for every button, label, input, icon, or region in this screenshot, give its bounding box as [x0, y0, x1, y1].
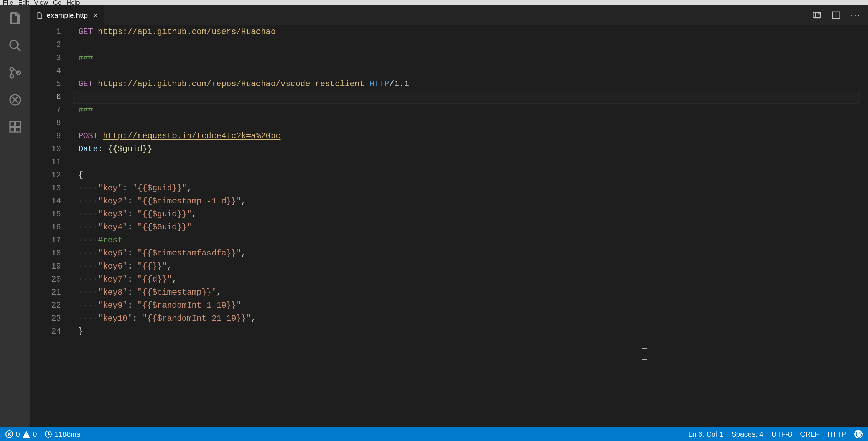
status-language[interactable]: HTTP [827, 430, 846, 438]
clock-icon [45, 431, 52, 438]
code-line[interactable] [78, 91, 868, 104]
line-number: 2 [30, 38, 61, 51]
code-line[interactable]: "key10": "{{$randomInt 21 19}}", [78, 312, 868, 325]
svg-rect-9 [16, 128, 20, 132]
code-line[interactable]: { [78, 169, 868, 182]
text-cursor-icon [644, 348, 644, 360]
code-line[interactable]: "key6": "{{}}", [78, 260, 868, 273]
menu-bar: File Edit View Go Help [0, 0, 868, 5]
code-line[interactable]: Date: {{$guid}} [78, 143, 868, 156]
svg-point-3 [10, 74, 13, 78]
tab-filename: example.http [47, 11, 88, 20]
code-line[interactable]: "key8": "{{$timestamp}}", [78, 286, 868, 299]
line-number: 16 [30, 221, 61, 234]
code-area[interactable]: GET https://api.github.com/users/Huachao… [73, 25, 868, 427]
status-feedback[interactable] [854, 430, 863, 438]
code-line[interactable] [78, 64, 868, 78]
tab-spacer [104, 5, 812, 25]
svg-rect-7 [16, 122, 20, 126]
code-line[interactable]: "key4": "{{$Guid}}" [78, 221, 868, 234]
status-indentation[interactable]: Spaces: 4 [731, 430, 763, 438]
status-bar: 0 0 1188ms Ln 6, Col 1 Spaces: 4 UTF-8 C… [0, 427, 868, 441]
line-number: 4 [30, 64, 61, 78]
status-encoding[interactable]: UTF-8 [772, 430, 792, 438]
line-number: 3 [30, 51, 61, 64]
source-control-icon[interactable] [8, 66, 22, 81]
line-number: 11 [30, 156, 61, 169]
code-line[interactable]: "key9": "{{$randomInt 1 19}}" [78, 299, 868, 312]
warning-icon [23, 431, 30, 438]
line-number: 21 [30, 286, 61, 299]
file-icon [36, 11, 43, 20]
line-number: 1 [30, 25, 61, 38]
error-icon [5, 430, 13, 438]
line-number-gutter: 123456789101112131415161718192021222324 [30, 25, 73, 427]
status-eol[interactable]: CRLF [800, 430, 819, 438]
smile-icon [854, 430, 863, 438]
code-line[interactable]: "key2": "{{$timestamp -1 d}}", [78, 195, 868, 208]
compare-changes-icon[interactable] [812, 10, 822, 21]
line-number: 19 [30, 260, 61, 273]
code-line[interactable] [78, 38, 868, 51]
activity-bar [0, 5, 30, 427]
code-editor[interactable]: 123456789101112131415161718192021222324 … [30, 25, 868, 427]
line-number: 13 [30, 182, 61, 195]
tab-example-http[interactable]: example.http × [30, 5, 104, 25]
code-line[interactable]: } [78, 325, 868, 338]
workbench: example.http × ··· 123456789101112131415… [0, 5, 868, 427]
editor-group: example.http × ··· 123456789101112131415… [30, 5, 868, 427]
svg-point-0 [10, 40, 18, 48]
line-number: 14 [30, 195, 61, 208]
tab-bar: example.http × ··· [30, 5, 868, 25]
code-line[interactable]: GET https://api.github.com/repos/Huachao… [78, 78, 868, 91]
line-number: 8 [30, 117, 61, 130]
code-line[interactable]: ### [78, 104, 868, 117]
code-line[interactable]: "key": "{{$guid}}", [78, 182, 868, 195]
editor-actions: ··· [812, 5, 868, 25]
line-number: 6 [30, 91, 61, 104]
line-number: 10 [30, 143, 61, 156]
code-line[interactable] [78, 156, 868, 169]
tab-close-button[interactable]: × [93, 11, 98, 20]
line-number: 9 [30, 130, 61, 143]
code-line[interactable]: "key5": "{{$timestamfasdfa}}", [78, 247, 868, 260]
svg-point-2 [10, 68, 13, 71]
timing-value: 1188ms [55, 430, 80, 438]
svg-line-1 [17, 47, 20, 51]
line-number: 17 [30, 234, 61, 247]
svg-rect-8 [10, 128, 14, 132]
status-cursor-position[interactable]: Ln 6, Col 1 [688, 430, 723, 438]
status-problems[interactable]: 0 0 [5, 430, 37, 438]
line-number: 5 [30, 78, 61, 91]
extensions-icon[interactable] [8, 120, 22, 135]
debug-icon[interactable] [8, 93, 22, 108]
line-number: 23 [30, 312, 61, 325]
code-line[interactable]: POST http://requestb.in/tcdce4tc?k=a%20b… [78, 130, 868, 143]
code-line[interactable]: ### [78, 51, 868, 64]
line-number: 18 [30, 247, 61, 260]
line-number: 22 [30, 299, 61, 312]
code-line[interactable]: GET https://api.github.com/users/Huachao [78, 25, 868, 38]
error-count: 0 [16, 430, 20, 438]
more-actions-icon[interactable]: ··· [851, 10, 860, 21]
code-line[interactable] [78, 117, 868, 130]
svg-rect-6 [10, 122, 14, 126]
line-number: 7 [30, 104, 61, 117]
explorer-icon[interactable] [8, 12, 22, 26]
line-number: 12 [30, 169, 61, 182]
svg-rect-10 [813, 12, 820, 17]
status-timing[interactable]: 1188ms [45, 430, 80, 438]
line-number: 20 [30, 273, 61, 286]
line-number: 24 [30, 325, 61, 338]
line-number: 15 [30, 208, 61, 221]
warning-count: 0 [33, 430, 37, 438]
split-editor-icon[interactable] [831, 10, 841, 21]
search-icon[interactable] [8, 39, 22, 53]
code-line[interactable]: "key3": "{{$guid}}", [78, 208, 868, 221]
code-line[interactable]: "key7": "{{d}}", [78, 273, 868, 286]
code-line[interactable]: #rest [78, 234, 868, 247]
